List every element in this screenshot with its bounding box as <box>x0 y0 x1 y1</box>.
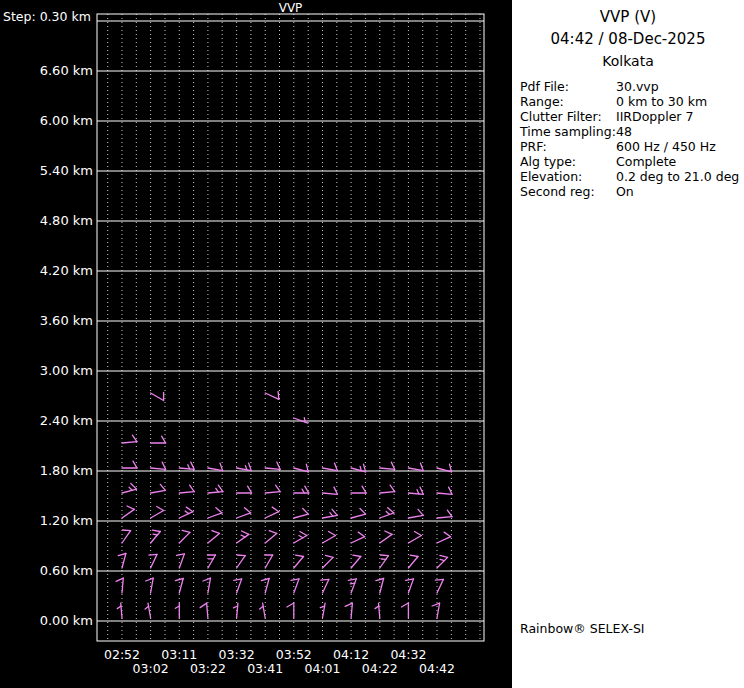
x-tick-label: 03:32 <box>219 647 255 662</box>
wind-barb <box>265 485 280 493</box>
site-name: Kolkata <box>512 53 744 69</box>
wind-barb <box>145 603 151 618</box>
wind-barb <box>207 555 215 568</box>
chart-area: 0.00 km0.60 km1.20 km1.80 km2.40 km3.00 … <box>0 0 512 688</box>
x-tick-label: 04:42 <box>419 661 455 676</box>
wind-barb <box>122 484 137 494</box>
wind-barb <box>408 555 418 568</box>
info-field-value: On <box>616 184 742 199</box>
info-row: Clutter Filter:IIRDoppler 7 <box>520 109 742 124</box>
x-tick-label: 04:12 <box>333 647 369 662</box>
info-field-value: Complete <box>616 154 742 169</box>
wind-barb <box>291 579 299 593</box>
wind-barb <box>402 603 409 618</box>
wind-barb <box>265 531 277 543</box>
wind-barb <box>380 508 394 518</box>
wind-barb <box>294 555 304 568</box>
wind-barb <box>323 463 338 471</box>
info-row: Pdf File:30.vvp <box>520 79 742 94</box>
info-field-value: 48 <box>616 124 742 139</box>
x-axis-labels: 02:5203:0203:1103:2203:3203:4103:5204:01… <box>104 647 455 676</box>
wind-barb <box>376 579 384 594</box>
product-parameters: Pdf File:30.vvpRange:0 km to 30 kmClutte… <box>512 79 744 199</box>
wind-barb <box>437 487 452 494</box>
info-field-value: IIRDoppler 7 <box>616 109 742 124</box>
wind-barb <box>179 530 190 543</box>
brand-label: Rainbow® SELEX-SI <box>520 621 645 636</box>
wind-barb <box>261 579 269 594</box>
wind-barb <box>151 530 161 543</box>
y-tick-label: 4.20 km <box>40 263 93 278</box>
x-tick-label: 03:22 <box>190 661 226 676</box>
y-axis-labels: 0.00 km0.60 km1.20 km1.80 km2.40 km3.00 … <box>40 63 93 628</box>
wind-barb <box>151 393 164 401</box>
wind-barb <box>208 463 223 471</box>
datetime-label: 04:42 / 08-Dec-2025 <box>512 30 744 48</box>
wind-barb <box>237 486 252 493</box>
wind-barb <box>237 508 251 518</box>
wind-barb <box>380 555 389 568</box>
wind-barb <box>122 435 137 443</box>
wind-barb <box>294 532 307 544</box>
info-field-value: 0 km to 30 km <box>616 94 742 109</box>
wind-barb <box>234 579 242 593</box>
wind-barb <box>179 507 193 518</box>
y-tick-label: 0.00 km <box>40 613 93 628</box>
wind-barb <box>348 579 356 593</box>
wind-barb <box>265 391 279 399</box>
grid-vertical <box>108 14 480 641</box>
y-tick-label: 6.60 km <box>40 63 93 78</box>
wind-barb <box>265 507 279 518</box>
wind-barb <box>408 532 421 544</box>
wind-barb <box>175 579 183 594</box>
wind-barb <box>323 532 336 544</box>
info-field-value: 600 Hz / 450 Hz <box>616 139 742 154</box>
wind-barb <box>408 463 423 471</box>
wind-barb <box>323 555 334 568</box>
wind-barb <box>260 603 266 618</box>
wind-barb <box>237 463 252 471</box>
wind-barb <box>323 509 338 518</box>
wind-barb <box>380 531 392 543</box>
wind-barb <box>122 530 131 543</box>
wind-barb <box>437 532 451 543</box>
info-row: Elevation:0.2 deg to 21.0 deg <box>520 169 742 184</box>
product-title: VVP (V) <box>512 8 744 26</box>
wind-barb <box>208 485 223 493</box>
wind-barb <box>149 554 157 568</box>
wind-barb <box>380 462 395 469</box>
wind-barb <box>117 603 122 618</box>
chart-title: VVP <box>97 1 484 15</box>
wind-barb <box>118 554 126 569</box>
y-tick-label: 1.20 km <box>40 513 93 528</box>
wind-barb <box>345 603 352 618</box>
y-tick-label: 3.60 km <box>40 313 93 328</box>
wind-barb <box>122 461 137 468</box>
wind-barb <box>437 510 452 518</box>
wind-barb <box>237 531 249 543</box>
wind-barb <box>351 555 361 568</box>
wind-barb <box>177 554 185 568</box>
info-row: Time sampling:48 <box>520 124 742 139</box>
y-tick-label: 0.60 km <box>40 563 93 578</box>
wind-barb <box>116 578 123 593</box>
info-field-value: 30.vvp <box>616 79 742 94</box>
wind-barb <box>408 509 423 518</box>
info-field-label: Clutter Filter: <box>520 109 616 124</box>
wind-barb <box>265 462 280 469</box>
wind-barb <box>200 603 208 618</box>
wind-barb <box>406 579 414 593</box>
x-tick-label: 02:52 <box>104 647 140 662</box>
wind-barb <box>234 603 238 618</box>
y-tick-label: 5.40 km <box>40 163 93 178</box>
wind-barb <box>151 436 166 443</box>
wind-barb <box>287 603 294 618</box>
wind-barb <box>122 506 134 518</box>
info-row: Alg type:Complete <box>520 154 742 169</box>
info-field-label: Second reg: <box>520 184 616 199</box>
wind-barb <box>294 418 308 423</box>
info-row: Range:0 km to 30 km <box>520 94 742 109</box>
x-tick-label: 04:22 <box>362 661 398 676</box>
wind-barb <box>175 603 179 618</box>
info-field-value: 0.2 deg to 21.0 deg <box>616 169 742 184</box>
